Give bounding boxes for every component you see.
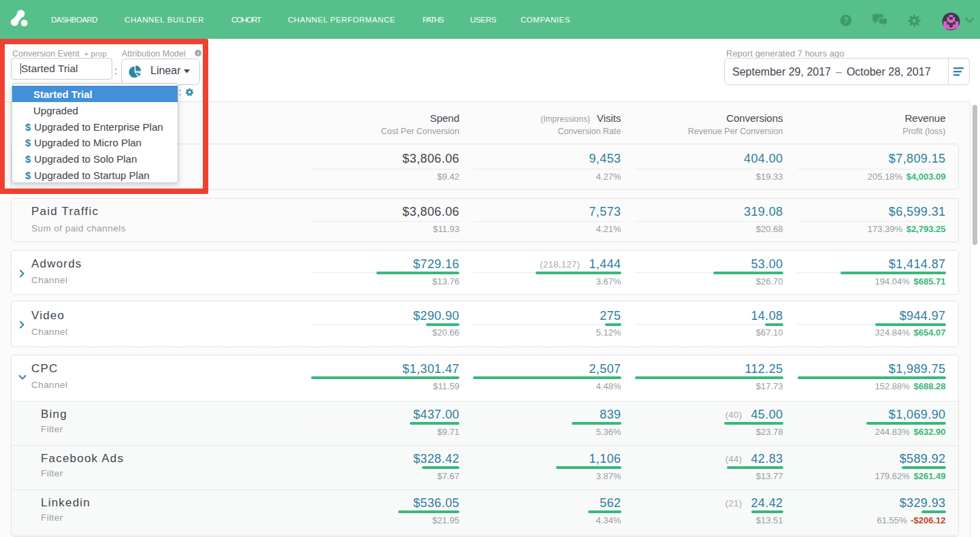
svg-text:?: ?	[843, 16, 848, 25]
